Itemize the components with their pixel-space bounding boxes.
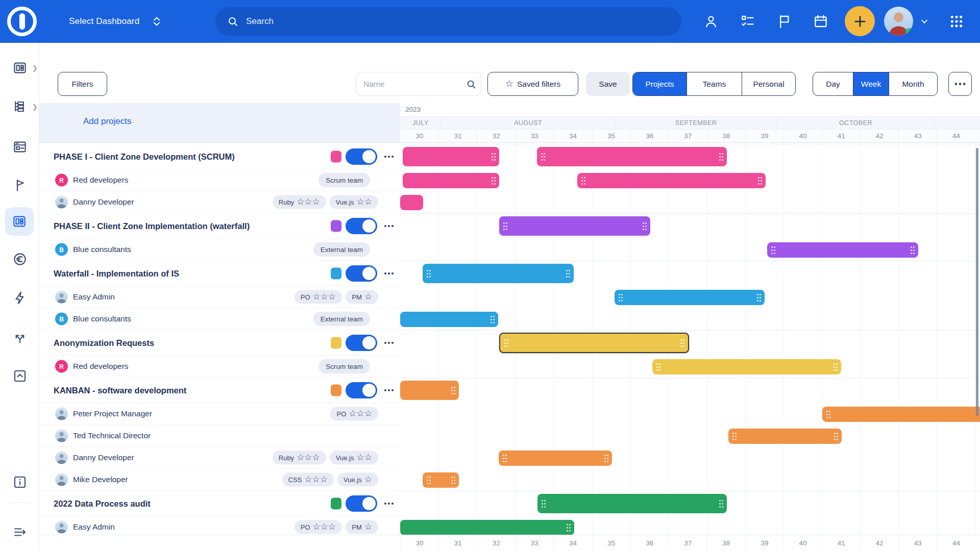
apps-grid-icon[interactable] <box>945 0 968 43</box>
drag-handle-left[interactable] <box>541 153 545 161</box>
view-week[interactable]: Week <box>853 72 889 95</box>
drag-handle-left[interactable] <box>502 454 507 462</box>
chevron-right-icon[interactable]: ❯ <box>32 92 39 121</box>
member-name[interactable]: Mike Developer <box>73 475 128 484</box>
gantt-bar-member[interactable] <box>577 173 766 188</box>
gantt-bar-project[interactable] <box>403 147 499 166</box>
drag-handle-left[interactable] <box>618 293 623 302</box>
drag-handle-right[interactable] <box>491 176 496 185</box>
scope-teams[interactable]: Teams <box>687 72 742 95</box>
drag-handle-left[interactable] <box>426 475 431 484</box>
project-visibility-toggle[interactable] <box>346 495 377 512</box>
drag-handle-left[interactable] <box>732 432 737 440</box>
checklist-icon[interactable] <box>737 0 759 43</box>
drag-handle-right[interactable] <box>566 523 571 532</box>
project-more-icon[interactable] <box>384 156 394 158</box>
member-name[interactable]: Blue consultants <box>73 314 131 323</box>
member-name[interactable]: Danny Developer <box>73 197 134 207</box>
more-options-button[interactable] <box>948 72 972 96</box>
drag-handle-left[interactable] <box>426 269 431 278</box>
saved-filters-button[interactable]: ☆ Saved filters <box>487 72 578 96</box>
drag-handle-left[interactable] <box>771 245 775 254</box>
member-name[interactable]: Red developers <box>73 176 129 185</box>
drag-handle-left[interactable] <box>826 410 830 418</box>
gantt-bar-project[interactable] <box>499 216 650 236</box>
project-more-icon[interactable] <box>384 272 394 274</box>
project-title[interactable]: Anonymization Requests <box>54 338 154 347</box>
gantt-bar-project[interactable] <box>537 494 727 513</box>
member-name[interactable]: Ted Technical Director <box>73 431 151 440</box>
vertical-scrollbar[interactable] <box>976 148 978 416</box>
gantt-bar-member[interactable] <box>652 359 841 374</box>
project-color-swatch[interactable] <box>331 384 341 396</box>
project-color-swatch[interactable] <box>331 337 341 348</box>
app-logo[interactable] <box>7 7 37 36</box>
project-title[interactable]: PHASE II - Client Zone Implementation (w… <box>54 221 250 231</box>
user-icon[interactable] <box>700 0 722 43</box>
gantt-bar-member[interactable] <box>728 429 842 444</box>
drag-handle-right[interactable] <box>491 153 496 161</box>
gantt-bar-project[interactable] <box>400 381 459 400</box>
gantt-bar-member[interactable] <box>403 173 499 188</box>
sidebar-item-info[interactable] <box>0 468 39 496</box>
project-color-swatch[interactable] <box>331 267 341 279</box>
project-more-icon[interactable] <box>384 225 394 227</box>
add-projects-link[interactable]: Add projects <box>83 116 132 127</box>
gantt-bar-project[interactable] <box>537 147 727 166</box>
project-color-swatch[interactable] <box>331 497 341 509</box>
drag-handle-right[interactable] <box>834 432 838 440</box>
search-input[interactable] <box>246 16 603 27</box>
dashboard-selector[interactable]: Select Dashboard <box>69 0 163 43</box>
flag-icon[interactable] <box>773 0 796 43</box>
drag-handle-right[interactable] <box>757 176 762 185</box>
gantt-bar-member[interactable] <box>400 312 498 327</box>
view-month[interactable]: Month <box>889 72 937 95</box>
project-color-swatch[interactable] <box>331 220 341 232</box>
filters-button[interactable]: Filters <box>58 72 107 96</box>
project-title[interactable]: KANBAN - software development <box>54 385 186 395</box>
name-filter-input[interactable] <box>363 80 465 89</box>
chevron-right-icon[interactable]: ❯ <box>32 54 39 82</box>
drag-handle-right[interactable] <box>719 153 723 161</box>
gantt-bar-member[interactable] <box>499 450 612 466</box>
sidebar-item-workflow-split[interactable] <box>0 323 39 352</box>
drag-handle-left[interactable] <box>503 222 507 231</box>
drag-handle-left[interactable] <box>504 339 508 347</box>
project-more-icon[interactable] <box>384 342 394 344</box>
member-name[interactable]: Red developers <box>73 362 129 371</box>
save-button[interactable]: Save <box>586 72 630 96</box>
project-visibility-toggle[interactable] <box>346 218 377 234</box>
drag-handle-right[interactable] <box>451 475 455 484</box>
chevron-down-icon[interactable] <box>915 0 934 43</box>
gantt-bar-project[interactable] <box>499 333 689 353</box>
global-search[interactable] <box>215 7 681 36</box>
gantt-bar-project[interactable] <box>423 264 574 283</box>
gantt-bar-member[interactable] <box>423 472 459 488</box>
drag-handle-right[interactable] <box>490 315 495 323</box>
project-title[interactable]: PHASE I - Client Zone Development (SCRUM… <box>54 152 235 161</box>
project-title[interactable]: Waterfall - Implementation of IS <box>54 268 179 278</box>
user-avatar[interactable] <box>884 7 913 36</box>
project-more-icon[interactable] <box>384 503 394 505</box>
drag-handle-right[interactable] <box>566 269 570 278</box>
member-name[interactable]: Blue consultants <box>73 245 131 254</box>
gantt-bar-member[interactable] <box>767 242 918 258</box>
drag-handle-right[interactable] <box>451 386 455 395</box>
create-new-button[interactable] <box>845 6 875 36</box>
member-name[interactable]: Easy Admin <box>73 292 115 302</box>
project-color-swatch[interactable] <box>331 151 341 162</box>
sidebar-item-sprint-flag[interactable] <box>0 171 39 199</box>
sidebar-item-budget-euro[interactable] <box>0 245 39 273</box>
project-visibility-toggle[interactable] <box>346 335 377 351</box>
project-visibility-toggle[interactable] <box>346 148 377 165</box>
drag-handle-right[interactable] <box>756 293 761 302</box>
project-title[interactable]: 2022 Data Process audit <box>54 498 151 508</box>
sidebar-item-gantt-dashboard[interactable] <box>5 207 34 236</box>
sidebar-item-quick-actions-bolt[interactable] <box>0 284 39 312</box>
drag-handle-left[interactable] <box>541 499 546 508</box>
calendar-icon[interactable] <box>810 0 832 43</box>
project-visibility-toggle[interactable] <box>346 382 377 398</box>
drag-handle-left[interactable] <box>581 176 585 185</box>
project-visibility-toggle[interactable] <box>346 265 377 282</box>
view-day[interactable]: Day <box>813 72 853 95</box>
